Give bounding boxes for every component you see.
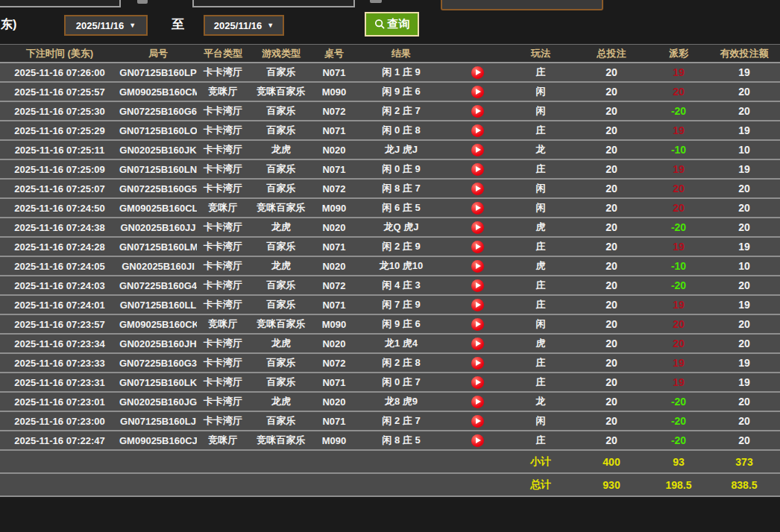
replay-video-icon[interactable] bbox=[471, 66, 484, 79]
result-cell: 闲 9 庄 6 bbox=[355, 83, 447, 102]
table-row: 2025-11-16 07:24:38 GN02025B160JJ 卡卡湾厅 龙… bbox=[0, 218, 780, 238]
table-row: 2025-11-16 07:24:01 GN07125B160LL 卡卡湾厅 百… bbox=[0, 296, 780, 315]
replay-video-icon[interactable] bbox=[471, 396, 484, 408]
result-cell: 龙J 虎J bbox=[355, 141, 447, 160]
round-id-cell: GM09025B160CM bbox=[119, 83, 197, 102]
table-row: 2025-11-16 07:22:47 GM09025B160CJ 竞咪厅 竞咪… bbox=[0, 431, 780, 451]
game-type-cell: 竞咪百家乐 bbox=[249, 315, 313, 335]
bet-time-cell: 2025-11-16 07:25:30 bbox=[0, 102, 119, 121]
replay-video-icon[interactable] bbox=[471, 163, 484, 176]
filter-bar: 东) 2025/11/16 ▼ 至 2025/11/16 ▼ 查询 bbox=[0, 0, 780, 44]
query-button[interactable]: 查询 bbox=[365, 12, 419, 37]
subtotal-total-bet: 400 bbox=[574, 451, 649, 474]
replay-video-icon[interactable] bbox=[471, 202, 484, 215]
platform-cell: 卡卡湾厅 bbox=[197, 102, 249, 121]
round-id-cell: GM09025B160CL bbox=[119, 199, 197, 218]
play-type-cell: 闲 bbox=[507, 102, 574, 121]
replay-video-icon[interactable] bbox=[471, 357, 484, 370]
bet-time-cell: 2025-11-16 07:25:11 bbox=[0, 141, 119, 160]
replay-video-icon[interactable] bbox=[471, 434, 484, 447]
payout-cell: 19 bbox=[649, 354, 708, 373]
replay-video-icon[interactable] bbox=[471, 338, 484, 350]
valid-bet-cell: 19 bbox=[708, 121, 780, 141]
round-id-cell: GN02025B160JG bbox=[119, 393, 197, 412]
play-type-cell: 闲 bbox=[507, 199, 574, 218]
replay-video-icon[interactable] bbox=[471, 279, 484, 292]
result-cell: 闲 2 庄 7 bbox=[355, 412, 447, 431]
replay-cell bbox=[447, 160, 507, 180]
game-type-cell: 百家乐 bbox=[249, 180, 313, 199]
replay-video-icon[interactable] bbox=[471, 124, 484, 137]
total-bet-cell: 20 bbox=[574, 335, 649, 354]
payout-cell: 20 bbox=[649, 335, 708, 354]
table-no-cell: N071 bbox=[313, 63, 355, 83]
round-id-cell: GN07125B160LM bbox=[119, 238, 197, 257]
round-id-cell: GN07125B160LO bbox=[119, 121, 197, 141]
table-row: 2025-11-16 07:23:01 GN02025B160JG 卡卡湾厅 龙… bbox=[0, 393, 780, 412]
date-from-select[interactable]: 2025/11/16 ▼ bbox=[64, 15, 148, 36]
result-cell: 闲 2 庄 7 bbox=[355, 102, 447, 121]
play-type-cell: 虎 bbox=[507, 218, 574, 238]
table-row: 2025-11-16 07:25:29 GN07125B160LO 卡卡湾厅 百… bbox=[0, 121, 780, 141]
payout-cell: 19 bbox=[649, 63, 708, 83]
replay-video-icon[interactable] bbox=[471, 221, 484, 234]
valid-bet-cell: 20 bbox=[708, 218, 780, 238]
date-to-select[interactable]: 2025/11/16 ▼ bbox=[204, 15, 284, 36]
table-no-cell: N071 bbox=[313, 160, 355, 180]
game-type-cell: 龙虎 bbox=[249, 335, 313, 354]
platform-cell: 卡卡湾厅 bbox=[197, 63, 249, 83]
total-bet-cell: 20 bbox=[574, 412, 649, 431]
truncated-input-2[interactable] bbox=[192, 0, 355, 7]
replay-video-icon[interactable] bbox=[471, 144, 484, 156]
platform-cell: 卡卡湾厅 bbox=[197, 141, 249, 160]
platform-cell: 卡卡湾厅 bbox=[197, 160, 249, 180]
replay-cell bbox=[447, 276, 507, 296]
game-type-cell: 龙虎 bbox=[249, 218, 313, 238]
grand-total-payout: 198.5 bbox=[649, 474, 708, 497]
payout-cell: 20 bbox=[649, 83, 708, 102]
replay-video-icon[interactable] bbox=[471, 260, 484, 273]
truncated-control-1[interactable] bbox=[137, 0, 148, 4]
bet-time-cell: 2025-11-16 07:23:57 bbox=[0, 315, 119, 335]
result-cell: 闲 0 庄 8 bbox=[355, 121, 447, 141]
replay-video-icon[interactable] bbox=[471, 183, 484, 195]
grand-total-label: 总计 bbox=[507, 474, 574, 497]
replay-video-icon[interactable] bbox=[471, 86, 484, 98]
payout-cell: 19 bbox=[649, 296, 708, 315]
table-no-cell: N072 bbox=[313, 276, 355, 296]
total-bet-cell: 20 bbox=[574, 218, 649, 238]
truncated-input-1[interactable] bbox=[0, 0, 121, 7]
replay-video-icon[interactable] bbox=[471, 376, 484, 389]
truncated-dropdown[interactable] bbox=[441, 0, 603, 10]
valid-bet-cell: 20 bbox=[708, 412, 780, 431]
date-range-to-label: 至 bbox=[172, 16, 184, 33]
result-cell: 闲 7 庄 9 bbox=[355, 296, 447, 315]
round-id-cell: GN07125B160LK bbox=[119, 373, 197, 393]
round-id-cell: GN02025B160JH bbox=[119, 335, 197, 354]
replay-video-icon[interactable] bbox=[471, 318, 484, 331]
result-cell: 闲 2 庄 8 bbox=[355, 354, 447, 373]
replay-video-icon[interactable] bbox=[471, 241, 484, 253]
valid-bet-cell: 20 bbox=[708, 199, 780, 218]
replay-cell bbox=[447, 296, 507, 315]
table-no-cell: N071 bbox=[313, 296, 355, 315]
bet-time-cell: 2025-11-16 07:24:01 bbox=[0, 296, 119, 315]
truncated-control-2[interactable] bbox=[370, 0, 382, 3]
replay-video-icon[interactable] bbox=[471, 299, 484, 311]
result-cell: 闲 9 庄 6 bbox=[355, 315, 447, 335]
replay-cell bbox=[447, 393, 507, 412]
play-type-cell: 龙 bbox=[507, 141, 574, 160]
replay-video-icon[interactable] bbox=[471, 415, 484, 428]
play-type-cell: 闲 bbox=[507, 315, 574, 335]
play-type-cell: 龙 bbox=[507, 393, 574, 412]
game-type-cell: 竞咪百家乐 bbox=[249, 83, 313, 102]
game-type-cell: 龙虎 bbox=[249, 393, 313, 412]
platform-cell: 卡卡湾厅 bbox=[197, 238, 249, 257]
total-bet-cell: 20 bbox=[574, 354, 649, 373]
replay-video-icon[interactable] bbox=[471, 105, 484, 118]
round-id-cell: GM09025B160CJ bbox=[119, 431, 197, 451]
subtotal-row: 小计 400 93 373 bbox=[0, 451, 780, 474]
total-bet-cell: 20 bbox=[574, 393, 649, 412]
valid-bet-cell: 19 bbox=[708, 373, 780, 393]
total-bet-cell: 20 bbox=[574, 102, 649, 121]
